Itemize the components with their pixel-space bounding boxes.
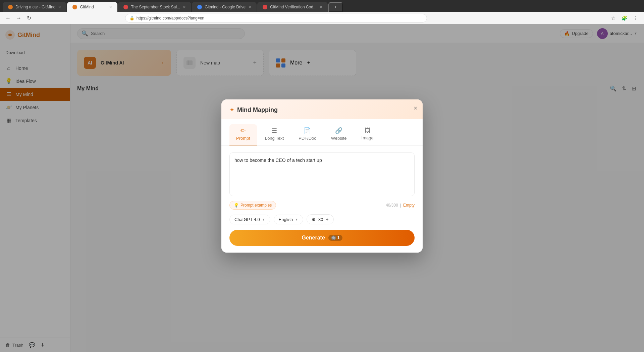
modal-title: Mind Mapping [237,106,278,114]
prompt-examples-label: Prompt examples [240,203,272,208]
tab-website[interactable]: 🔗 Website [324,124,354,145]
modal-tabs: ✏ Prompt ☰ Long Text 📄 PDF/Doc 🔗 Website… [221,119,423,146]
generate-badge: 🔘 1 [328,235,342,241]
model-select[interactable]: ChatGPT 4.0 ▼ [229,215,270,224]
tab-favicon [72,5,77,9]
badge-icon: 🔘 [331,235,336,240]
image-tab-icon: 🖼 [365,127,371,134]
forward-button[interactable]: → [15,14,23,23]
tab-long-text[interactable]: ☰ Long Text [258,124,290,145]
new-tab-button[interactable]: + [328,2,343,12]
pdf-tab-label: PDF/Doc [299,136,316,141]
menu-button[interactable]: ⋮ [631,14,640,22]
long-text-tab-label: Long Text [265,136,284,141]
modal-header: ✦ Mind Mapping × [221,99,423,119]
char-separator: | [400,203,401,208]
extensions-button[interactable]: 🧩 [620,14,629,22]
tab-september[interactable]: The September Stock Sal... ✕ [118,2,191,12]
tab-google-drive[interactable]: Gitmind - Google Drive ✕ [192,2,257,12]
prompt-textarea[interactable]: how to become the CEO of a tech start up [229,152,415,196]
modal-body: how to become the CEO of a tech start up… [221,146,423,253]
pdf-tab-icon: 📄 [304,127,311,134]
website-tab-label: Website [331,136,347,141]
char-count: 40/300 | Empty [386,203,415,208]
tab-close-icon[interactable]: ✕ [109,5,112,9]
generate-label: Generate [302,235,325,241]
nodes-plus-icon[interactable]: + [326,217,329,222]
language-select-value: English [279,217,293,222]
empty-button[interactable]: Empty [403,203,415,208]
reload-button[interactable]: ↻ [25,13,33,23]
tab-label: GitMind [80,5,94,9]
tab-close-icon[interactable]: ✕ [319,5,322,9]
tab-gitmind[interactable]: GitMind ✕ [67,2,117,12]
tab-favicon [8,5,13,9]
tab-label: The September Stock Sal... [131,5,180,9]
browser-tabs: Driving a car - GitMind ✕ GitMind ✕ The … [0,0,644,12]
prompt-tab-icon: ✏ [240,127,246,134]
model-select-value: ChatGPT 4.0 [234,217,260,222]
modal-settings-row: ChatGPT 4.0 ▼ English ▼ ⚙ 30 + [229,214,415,224]
modal-close-button[interactable]: × [414,105,417,112]
long-text-tab-icon: ☰ [272,127,277,134]
tab-close-icon[interactable]: ✕ [248,5,251,9]
lightbulb-icon: 💡 [234,203,239,208]
tab-image[interactable]: 🖼 Image [355,124,380,145]
gear-icon: ⚙ [312,217,316,222]
url-text: https://gitmind.com/app/docs?lang=en [137,16,423,20]
tab-favicon [197,5,202,9]
tab-driving[interactable]: Driving a car - GitMind ✕ [3,2,66,12]
char-count-value: 40/300 [386,203,398,208]
mind-mapping-modal: ✦ Mind Mapping × ✏ Prompt ☰ Long Text 📄 … [221,99,423,253]
tab-pdf-doc[interactable]: 📄 PDF/Doc [292,124,323,145]
tab-favicon [263,5,267,9]
modal-sparkle-icon: ✦ [229,106,234,114]
browser-toolbar: ← → ↻ 🔒 https://gitmind.com/app/docs?lan… [0,12,644,24]
generate-button[interactable]: Generate 🔘 1 [229,230,415,246]
language-chevron-icon: ▼ [295,218,298,221]
tab-close-icon[interactable]: ✕ [58,5,61,9]
toolbar-right: ☆ 🧩 ⋮ [609,14,640,22]
badge-count: 1 [337,235,340,240]
modal-meta-row: 💡 Prompt examples 40/300 | Empty [229,201,415,210]
address-bar[interactable]: 🔒 https://gitmind.com/app/docs?lang=en [125,14,427,23]
model-chevron-icon: ▼ [262,218,265,221]
nodes-count-value: 30 [318,217,323,222]
prompt-examples-button[interactable]: 💡 Prompt examples [229,201,276,210]
nodes-control[interactable]: ⚙ 30 + [307,214,334,224]
website-tab-icon: 🔗 [335,127,342,134]
tab-label: Gitmind - Google Drive [205,5,246,9]
tab-label: GitMind Verification Cod... [270,5,317,9]
tab-favicon [123,5,128,9]
tab-prompt[interactable]: ✏ Prompt [229,124,257,145]
prompt-tab-label: Prompt [236,136,250,141]
language-select[interactable]: English ▼ [274,215,304,224]
back-button[interactable]: ← [4,14,12,23]
tab-label: Driving a car - GitMind [15,5,55,9]
browser-chrome: Driving a car - GitMind ✕ GitMind ✕ The … [0,0,644,24]
bookmark-button[interactable]: ☆ [609,14,618,22]
image-tab-label: Image [362,135,374,140]
modal-title-row: ✦ Mind Mapping [229,106,415,114]
tab-close-icon[interactable]: ✕ [183,5,186,9]
tab-verification[interactable]: GitMind Verification Cod... ✕ [257,2,328,12]
security-icon: 🔒 [129,16,135,20]
